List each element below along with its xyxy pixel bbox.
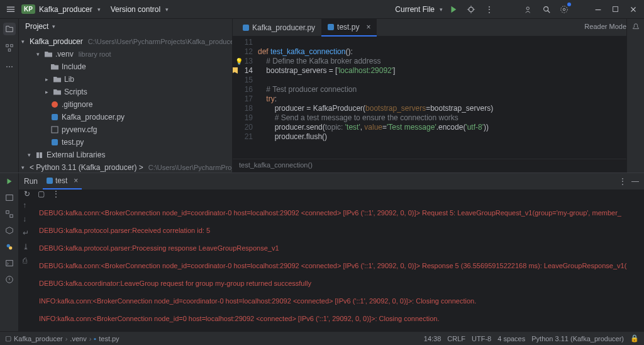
up-icon[interactable]: ↑ (23, 201, 33, 211)
svg-point-32 (9, 246, 12, 249)
more-icon[interactable]: ⋮ (619, 177, 626, 186)
settings-icon[interactable] (557, 3, 571, 16)
status-indent[interactable]: 4 spaces (497, 335, 525, 342)
run-config-selector[interactable]: Current File (395, 5, 435, 14)
svg-rect-19 (8, 49, 11, 52)
chevron-down-icon: ▾ (97, 6, 101, 13)
tree-ext-lib[interactable]: External Libraries (19, 149, 232, 161)
left-tool-rail: ⋯ (0, 19, 19, 172)
python-console-icon[interactable] (4, 192, 15, 203)
tree-scripts[interactable]: Scripts (19, 86, 232, 98)
tree-python[interactable]: < Python 3.11 (Kafka_producer) >C:\Users… (19, 161, 232, 172)
scroll-end-icon[interactable]: ⤓ (23, 242, 33, 252)
stop-icon[interactable]: ▢ (38, 189, 45, 198)
minimize-icon[interactable] (591, 3, 605, 16)
down-icon[interactable]: ↓ (23, 215, 33, 225)
problems-icon[interactable] (4, 274, 15, 285)
structure-tool-icon[interactable] (3, 42, 16, 54)
project-panel-title[interactable]: Project (25, 22, 48, 31)
debug-button[interactable] (464, 3, 478, 16)
code-with-me-icon[interactable] (522, 3, 536, 16)
project-tree[interactable]: Kafka_producerC:\Users\User\PycharmProje… (19, 34, 232, 172)
svg-rect-0 (7, 6, 14, 7)
notifications-icon[interactable] (631, 23, 640, 33)
chevron-down-icon: ▾ (440, 6, 443, 13)
run-tab-test[interactable]: test× (43, 173, 82, 189)
svg-point-11 (563, 8, 565, 11)
svg-rect-29 (6, 211, 8, 213)
maximize-icon[interactable] (609, 3, 623, 16)
chevron-down-icon: ▾ (165, 6, 169, 13)
console-gutter: ↑ ↓ ↵ ⤓ ⎙ (19, 198, 36, 345)
run-button[interactable] (447, 3, 460, 16)
tree-include[interactable]: Include (19, 60, 232, 73)
tree-kafka-producer[interactable]: Kafka_producer.py (19, 111, 232, 123)
hide-icon[interactable]: — (631, 177, 639, 186)
more-icon[interactable]: ⋮ (52, 189, 60, 198)
svg-point-20 (52, 101, 58, 108)
svg-rect-25 (40, 152, 42, 158)
tree-gitignore[interactable]: .gitignore (19, 98, 232, 111)
tree-venv[interactable]: .venvlibrary root (19, 48, 232, 60)
editor-area: Kafka_producer.py test.py× ⋮ Reader Mode… (233, 19, 644, 172)
editor-tabs: Kafka_producer.py test.py× ⋮ (233, 19, 644, 37)
run-toolbar: ↻ ▢ ⋮ (19, 189, 644, 198)
nav-breadcrumb[interactable]: ▢ Kafka_producer› .venv› ▪test.py (5, 334, 119, 342)
close-icon[interactable] (626, 3, 640, 16)
packages-icon[interactable] (4, 225, 15, 236)
rerun-icon[interactable]: ↻ (24, 189, 30, 198)
status-interpreter[interactable]: Python 3.11 (Kafka_producer) (531, 335, 624, 342)
soft-wrap-icon[interactable]: ↵ (23, 229, 33, 239)
project-badge[interactable]: KP (21, 3, 35, 16)
svg-point-3 (469, 7, 474, 11)
right-tool-rail (626, 19, 644, 172)
search-icon[interactable] (540, 3, 553, 16)
status-time: 14:38 (424, 335, 441, 342)
svg-rect-22 (52, 127, 58, 133)
svg-rect-33 (6, 261, 13, 266)
services-icon[interactable] (4, 208, 15, 220)
version-control-menu[interactable]: Version control (111, 5, 160, 14)
code-editor[interactable]: 11 12 13 14 15 16 17 18 19 20 21 def tes… (233, 37, 644, 159)
tab-kafka-producer[interactable]: Kafka_producer.py (236, 19, 321, 37)
python-icon[interactable] (4, 241, 15, 252)
tree-lib[interactable]: Lib (19, 73, 232, 86)
project-name[interactable]: Kafka_producer (39, 5, 92, 14)
more-actions-icon[interactable]: ⋮ (482, 3, 496, 16)
terminal-icon[interactable] (4, 257, 15, 269)
tree-root[interactable]: Kafka_producerC:\Users\User\PycharmProje… (19, 35, 232, 48)
tree-test[interactable]: test.py (19, 136, 232, 149)
status-encoding[interactable]: UTF-8 (472, 335, 491, 342)
tab-test[interactable]: test.py× (321, 19, 377, 37)
svg-rect-24 (36, 152, 39, 158)
svg-point-12 (561, 6, 568, 13)
console-output[interactable]: DEBUG:kafka.conn:<BrokerConnection node_… (36, 198, 644, 345)
lock-icon[interactable]: 🔒 (630, 334, 639, 342)
svg-rect-23 (52, 139, 58, 145)
svg-rect-17 (6, 45, 8, 47)
print-icon[interactable]: ⎙ (23, 256, 33, 266)
svg-rect-14 (613, 6, 618, 11)
svg-point-9 (544, 6, 548, 11)
svg-rect-21 (52, 114, 58, 120)
status-bar: ▢ Kafka_producer› .venv› ▪test.py 14:38 … (0, 331, 644, 345)
svg-line-10 (548, 10, 550, 13)
svg-rect-18 (10, 45, 13, 47)
svg-rect-2 (7, 11, 14, 11)
close-icon[interactable]: × (366, 23, 370, 31)
gutter: 11 12 13 14 15 16 17 18 19 20 21 (233, 38, 258, 159)
project-tool-icon[interactable] (3, 23, 16, 35)
code-breadcrumb[interactable]: test_kafka_connection() (233, 159, 644, 172)
run-title: Run (24, 177, 38, 186)
main-menu-icon[interactable] (4, 3, 18, 16)
status-crlf[interactable]: CRLF (447, 335, 465, 342)
more-tool-icon[interactable]: ⋯ (3, 60, 16, 73)
project-panel: Project ▾ Kafka_producerC:\Users\User\Py… (19, 19, 233, 172)
svg-rect-28 (6, 195, 13, 201)
run-tool-rail (0, 173, 19, 331)
tree-pyvenv[interactable]: pyvenv.cfg (19, 123, 232, 136)
title-bar: KP Kafka_producer ▾ Version control ▾ Cu… (0, 0, 644, 19)
rerun-icon[interactable] (4, 176, 15, 187)
reader-mode-label[interactable]: Reader Mode (584, 23, 626, 30)
svg-point-8 (526, 7, 529, 9)
